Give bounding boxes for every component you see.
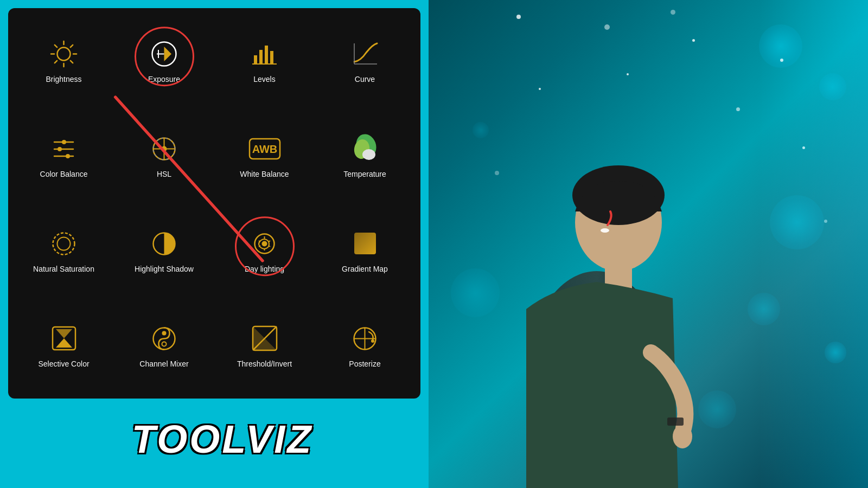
natural-saturation-icon — [48, 227, 80, 260]
tool-grid: Brightness Exposure — [14, 14, 415, 393]
tool-item-color-balance[interactable]: Color Balance — [14, 108, 114, 203]
svg-rect-13 — [254, 55, 257, 64]
person-silhouette — [445, 0, 743, 488]
svg-point-36 — [53, 233, 75, 254]
day-lighting-icon — [248, 227, 281, 260]
tool-item-threshold-invert[interactable]: Threshold/Invert — [214, 298, 315, 393]
svg-line-42 — [269, 241, 270, 242]
hsl-icon — [148, 132, 181, 165]
white-balance-label: White Balance — [240, 169, 289, 179]
tool-item-channel-mixer[interactable]: Channel Mixer — [114, 298, 214, 393]
wall-glow — [760, 0, 868, 488]
svg-marker-50 — [56, 338, 72, 348]
tool-item-selective-color[interactable]: Selective Color — [14, 298, 114, 393]
svg-rect-16 — [270, 51, 273, 64]
tool-item-brightness[interactable]: Brightness — [14, 14, 114, 108]
svg-text:AWB: AWB — [252, 143, 277, 155]
tool-item-highlight-shadow[interactable]: Highlight Shadow — [114, 203, 214, 298]
gradient-map-label: Gradient Map — [342, 264, 388, 274]
posterize-icon — [349, 322, 381, 355]
brightness-icon — [48, 37, 80, 70]
gradient-map-icon — [349, 227, 381, 260]
hsl-label: HSL — [157, 169, 171, 179]
svg-point-37 — [58, 237, 71, 250]
svg-line-8 — [55, 61, 57, 63]
curve-icon — [349, 37, 381, 70]
color-balance-label: Color Balance — [40, 169, 88, 179]
selective-color-label: Selective Color — [38, 359, 89, 369]
day-lighting-label: Day lighting — [245, 264, 284, 274]
levels-icon — [248, 37, 281, 70]
toolviz-logo: TOOLVIZ — [132, 417, 314, 461]
highlight-shadow-icon — [148, 227, 181, 260]
channel-mixer-label: Channel Mixer — [139, 359, 188, 369]
svg-rect-15 — [265, 46, 268, 64]
toolviz-logo-container: TOOLVIZ — [8, 399, 437, 480]
svg-point-60 — [371, 339, 374, 343]
exposure-label: Exposure — [148, 74, 180, 84]
color-balance-icon — [48, 132, 80, 165]
svg-line-5 — [55, 45, 57, 47]
tool-item-curve[interactable]: Curve — [315, 14, 415, 108]
tool-item-day-lighting[interactable]: Day lighting — [214, 203, 315, 298]
channel-mixer-icon — [148, 322, 181, 355]
svg-point-65 — [601, 228, 609, 233]
svg-rect-47 — [354, 233, 376, 254]
svg-marker-49 — [56, 329, 72, 338]
posterize-label: Posterize — [349, 359, 380, 369]
threshold-invert-icon — [248, 322, 281, 355]
tool-item-gradient-map[interactable]: Gradient Map — [315, 203, 415, 298]
svg-point-21 — [62, 140, 66, 144]
svg-line-6 — [71, 61, 73, 63]
temperature-icon — [349, 132, 381, 165]
tool-item-temperature[interactable]: Temperature — [315, 108, 415, 203]
tool-item-levels[interactable]: Levels — [214, 14, 315, 108]
highlight-shadow-label: Highlight Shadow — [135, 264, 194, 274]
svg-point-35 — [362, 149, 375, 160]
white-balance-icon: AWB — [248, 132, 281, 165]
svg-point-25 — [66, 154, 70, 158]
tool-grid-container: Brightness Exposure — [8, 8, 420, 399]
svg-line-7 — [71, 45, 73, 47]
selective-color-icon — [48, 322, 80, 355]
svg-rect-68 — [667, 418, 684, 426]
svg-point-30 — [162, 146, 167, 151]
tool-item-posterize[interactable]: Posterize — [315, 298, 415, 393]
tool-item-exposure[interactable]: Exposure — [114, 14, 214, 108]
svg-point-53 — [162, 331, 167, 335]
svg-rect-14 — [259, 50, 263, 64]
photo-background — [429, 0, 868, 488]
natural-saturation-label: Natural Saturation — [33, 264, 94, 274]
svg-point-40 — [262, 241, 267, 246]
photo-panel — [429, 0, 868, 488]
svg-point-67 — [673, 425, 692, 448]
svg-point-23 — [58, 147, 62, 151]
threshold-invert-label: Threshold/Invert — [237, 359, 292, 369]
tool-item-natural-saturation[interactable]: Natural Saturation — [14, 203, 114, 298]
svg-point-54 — [162, 342, 167, 346]
levels-label: Levels — [253, 74, 275, 84]
temperature-label: Temperature — [343, 169, 386, 179]
tool-item-hsl[interactable]: HSL — [114, 108, 214, 203]
tool-item-white-balance[interactable]: AWB White Balance — [214, 108, 315, 203]
svg-point-0 — [58, 47, 71, 60]
exposure-icon — [148, 37, 181, 70]
svg-marker-10 — [164, 47, 172, 61]
brightness-label: Brightness — [46, 74, 81, 84]
curve-label: Curve — [355, 74, 375, 84]
